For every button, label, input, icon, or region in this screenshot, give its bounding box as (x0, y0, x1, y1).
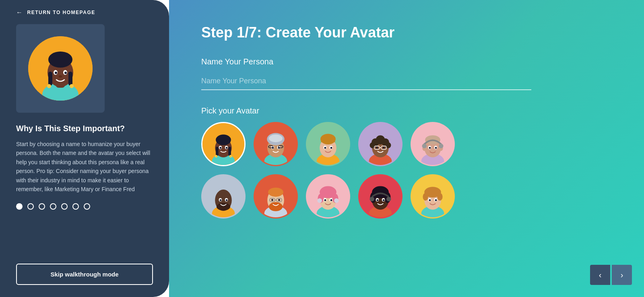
svg-point-72 (435, 147, 437, 149)
svg-point-94 (268, 188, 283, 197)
avatar-option-5[interactable] (411, 122, 455, 166)
why-title: Why Is This Step Important? (16, 124, 153, 133)
svg-point-61 (383, 147, 385, 149)
step-title: Step 1/7: Create Your Avatar (201, 24, 612, 41)
avatar-option-9[interactable] (358, 174, 402, 219)
current-avatar-box (16, 24, 105, 113)
svg-point-18 (216, 134, 231, 145)
avatar-option-8[interactable] (306, 174, 350, 219)
svg-point-83 (226, 199, 228, 201)
return-homepage-link[interactable]: ← RETURN TO HOMEPAGE (16, 0, 153, 24)
svg-point-25 (220, 147, 222, 149)
dot-2[interactable] (27, 203, 34, 210)
why-text: Start by choosing a name to humanize you… (16, 140, 153, 194)
svg-rect-20 (228, 147, 231, 156)
avatar-option-6[interactable] (201, 174, 246, 219)
svg-point-117 (377, 199, 379, 201)
svg-rect-6 (68, 72, 72, 86)
svg-point-21 (215, 155, 218, 158)
svg-point-56 (385, 142, 391, 148)
svg-rect-5 (48, 72, 52, 86)
current-avatar-circle (28, 36, 93, 101)
svg-point-26 (226, 147, 228, 149)
svg-point-104 (324, 199, 326, 201)
svg-point-127 (437, 193, 442, 200)
svg-point-105 (330, 199, 332, 201)
svg-point-74 (439, 144, 443, 148)
svg-point-130 (429, 199, 431, 201)
svg-point-46 (324, 147, 326, 149)
avatar-option-2[interactable] (254, 122, 298, 166)
svg-point-106 (318, 198, 322, 203)
avatar-option-1[interactable] (201, 122, 246, 166)
svg-point-92 (271, 199, 273, 201)
svg-point-120 (386, 197, 391, 201)
nav-arrows: ‹ › (590, 265, 632, 285)
svg-point-71 (429, 147, 431, 149)
next-button[interactable]: › (612, 265, 632, 285)
sidebar: ← RETURN TO HOMEPAGE (0, 0, 169, 297)
skip-walkthrough-button[interactable]: Skip walkthrough mode (16, 264, 153, 285)
svg-point-79 (217, 203, 230, 210)
return-homepage-label: RETURN TO HOMEPAGE (27, 10, 95, 15)
dot-3[interactable] (39, 203, 45, 210)
svg-point-118 (383, 199, 385, 201)
svg-point-131 (435, 199, 437, 201)
svg-point-12 (64, 72, 67, 74)
avatar-option-7[interactable] (254, 174, 298, 219)
dot-1[interactable] (16, 203, 23, 210)
svg-rect-19 (216, 147, 219, 156)
svg-point-107 (334, 198, 339, 203)
svg-point-88 (269, 202, 283, 211)
main-content: Step 1/7: Create Your Avatar Name Your P… (169, 0, 644, 297)
svg-point-119 (370, 197, 374, 201)
svg-point-32 (269, 134, 283, 142)
avatar-option-3[interactable] (306, 122, 350, 166)
dot-6[interactable] (72, 203, 79, 210)
dot-5[interactable] (61, 203, 68, 210)
dot-4[interactable] (50, 203, 56, 210)
step-dots (16, 203, 153, 218)
avatar-option-4[interactable] (358, 122, 402, 166)
avatar-grid (201, 122, 483, 219)
svg-point-22 (229, 155, 232, 158)
svg-point-82 (220, 199, 222, 201)
prev-button[interactable]: ‹ (590, 265, 610, 285)
svg-point-7 (47, 84, 51, 88)
arrow-left-icon: ← (16, 9, 23, 16)
persona-section-label: Name Your Persona (201, 57, 612, 66)
svg-point-11 (55, 72, 57, 74)
svg-point-73 (422, 144, 427, 148)
svg-point-43 (320, 134, 336, 144)
svg-point-93 (278, 199, 280, 201)
persona-name-input[interactable] (201, 73, 531, 90)
svg-point-126 (423, 193, 428, 200)
avatar-option-10[interactable] (411, 174, 455, 219)
avatar-section-label: Pick your Avatar (201, 106, 612, 116)
svg-point-13 (59, 75, 62, 78)
dot-7[interactable] (84, 203, 90, 210)
svg-point-60 (376, 147, 378, 149)
svg-point-55 (370, 142, 376, 148)
svg-point-8 (70, 84, 74, 88)
svg-point-47 (330, 147, 332, 149)
svg-point-4 (48, 52, 72, 68)
